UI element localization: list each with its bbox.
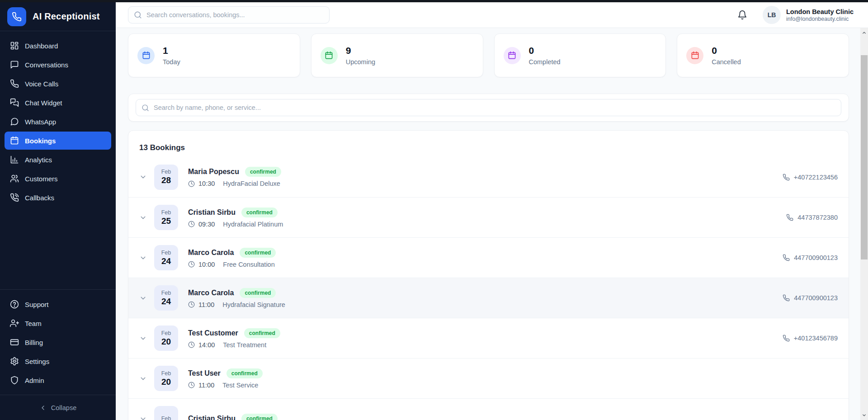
booking-month: Feb (161, 370, 171, 377)
bookings-search[interactable] (136, 99, 841, 116)
sidebar-item-label: Admin (25, 377, 44, 384)
sidebar-item-voice-calls[interactable]: Voice Calls (5, 75, 111, 93)
grid-icon (10, 41, 19, 50)
booking-date: Feb 20 (154, 366, 178, 391)
expand-row-button[interactable] (139, 294, 147, 302)
booking-service: Hydrafacial Signature (222, 301, 285, 308)
booking-phone: +40722123456 (783, 174, 838, 181)
phone-icon (12, 12, 22, 22)
booking-customer-name: Cristian Sirbu (188, 208, 236, 217)
status-badge: confirmed (241, 208, 278, 217)
sidebar-item-dashboard[interactable]: Dashboard (5, 37, 111, 55)
gear-icon (10, 357, 19, 366)
expand-row-button[interactable] (139, 173, 147, 181)
sidebar-item-billing[interactable]: Billing (5, 333, 111, 351)
stat-card: 0 Cancelled (677, 33, 849, 77)
expand-row-button[interactable] (139, 214, 147, 222)
booking-row[interactable]: Feb 28 Maria Popescu confirmed (128, 157, 849, 197)
top-header: LB London Beauty Clinic info@londonbeaut… (116, 2, 868, 28)
global-search-input[interactable] (146, 11, 324, 19)
chevron-down-icon (139, 375, 147, 382)
booking-date: Feb 25 (154, 205, 178, 230)
sidebar-item-customers[interactable]: Customers (5, 170, 111, 188)
status-badge: confirmed (240, 248, 276, 258)
sidebar-item-label: Dashboard (25, 42, 58, 50)
booking-row[interactable]: Feb 25 Cristian Sirbu confirmed (128, 197, 849, 237)
chat-icon (10, 60, 19, 69)
account-menu[interactable]: LB London Beauty Clinic info@londonbeaut… (763, 6, 854, 24)
phone-icon (10, 79, 19, 88)
sidebar-item-label: Bookings (25, 137, 56, 145)
expand-row-button[interactable] (139, 415, 147, 420)
clock-icon (188, 301, 195, 308)
sidebar-item-label: Settings (25, 358, 49, 365)
sidebar-item-analytics[interactable]: Analytics (5, 151, 111, 169)
sidebar-item-admin[interactable]: Admin (5, 371, 111, 389)
sidebar-item-callbacks[interactable]: Callbacks (5, 189, 111, 207)
chevron-down-icon (862, 413, 867, 418)
booking-row[interactable]: Feb 24 Marco Carola confirmed (128, 278, 849, 318)
booking-customer-name: Marco Carola (188, 289, 234, 297)
calendar-icon (325, 51, 333, 60)
booking-row[interactable]: Feb 24 Marco Carola confirmed (128, 237, 849, 278)
bookings-filter-card (128, 94, 849, 122)
notifications-button[interactable] (737, 10, 747, 20)
booking-phone: 447700900123 (783, 254, 838, 261)
bookings-count: 13 Bookings (139, 143, 838, 152)
scroll-down-button[interactable] (860, 411, 868, 419)
sidebar-item-label: Support (25, 301, 49, 308)
booking-service: Test Treatment (223, 341, 266, 349)
booking-phone-number: 447700900123 (794, 294, 838, 302)
stat-card: 9 Upcoming (311, 33, 483, 77)
global-search[interactable] (128, 6, 330, 24)
bookings-search-input[interactable] (154, 104, 835, 111)
sidebar-item-whatsapp[interactable]: WhatsApp (5, 113, 111, 131)
scrollbar[interactable] (860, 28, 868, 420)
sidebar-item-label: Voice Calls (25, 80, 58, 88)
bookings-card: 13 Bookings Feb 28 (128, 130, 849, 420)
booking-time: 11:00 (198, 301, 214, 308)
scrollbar-thumb[interactable] (861, 55, 868, 260)
sidebar-item-label: Analytics (25, 156, 52, 164)
booking-row[interactable]: Feb 20 Test User confirmed 11: (128, 358, 849, 398)
scroll-up-button[interactable] (860, 29, 868, 37)
shield-icon (10, 376, 19, 385)
sidebar-item-conversations[interactable]: Conversations (5, 56, 111, 74)
collapse-button[interactable]: Collapse (0, 395, 116, 420)
booking-phone-number: +40722123456 (794, 174, 838, 181)
booking-day: 20 (161, 337, 171, 347)
booking-row[interactable]: Feb 20 Test Customer confirmed (128, 318, 849, 358)
phone-call-icon (10, 193, 19, 202)
app-logo-row: AI Receptionist (0, 2, 116, 31)
booking-row[interactable]: Feb Cristian Sirbu confirmed (128, 398, 849, 420)
sidebar-item-support[interactable]: Support (5, 295, 111, 313)
expand-row-button[interactable] (139, 335, 147, 342)
booking-month: Feb (161, 250, 171, 256)
booking-day: 20 (161, 377, 171, 387)
account-email: info@londonbeauty.clinic (786, 16, 854, 22)
sidebar-item-team[interactable]: Team (5, 314, 111, 332)
expand-row-button[interactable] (139, 375, 147, 382)
booking-time: 10:00 (198, 261, 215, 268)
booking-customer-name: Test Customer (188, 329, 238, 337)
booking-time: 09:30 (198, 221, 215, 228)
booking-month: Feb (161, 330, 171, 336)
main-area: LB London Beauty Clinic info@londonbeaut… (116, 2, 868, 420)
stat-label: Completed (529, 58, 561, 66)
booking-time: 10:30 (198, 180, 215, 187)
booking-day: 28 (161, 175, 171, 185)
status-badge: confirmed (240, 288, 276, 298)
status-badge: confirmed (244, 328, 280, 338)
booking-month: Feb (161, 290, 171, 296)
sidebar-item-label: Billing (25, 339, 43, 346)
stat-value: 0 (529, 45, 561, 56)
stat-value: 0 (712, 45, 741, 56)
status-badge: confirmed (226, 368, 263, 378)
expand-row-button[interactable] (139, 254, 147, 262)
chevron-down-icon (139, 214, 147, 222)
sidebar-item-label: Callbacks (25, 194, 54, 202)
sidebar-item-bookings[interactable]: Bookings (5, 132, 111, 150)
stat-label: Cancelled (712, 58, 741, 66)
sidebar-item-settings[interactable]: Settings (5, 352, 111, 370)
sidebar-item-chat-widget[interactable]: Chat Widget (5, 94, 111, 112)
